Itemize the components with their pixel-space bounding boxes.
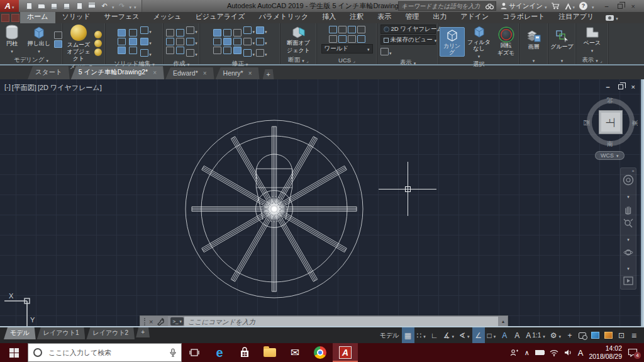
- redo-button[interactable]: [117, 1, 127, 11]
- undo-button[interactable]: [99, 1, 109, 11]
- command-history-toggle[interactable]: [499, 316, 508, 327]
- solidedit-intersect-icon[interactable]: [118, 47, 126, 54]
- draw-ellipse-icon[interactable]: [186, 38, 194, 45]
- viewcube-top-face[interactable]: 上: [599, 110, 623, 134]
- model-space-toggle[interactable]: モデル: [377, 327, 402, 343]
- ime-indicator[interactable]: A: [578, 348, 584, 358]
- draw-circle-icon[interactable]: [176, 38, 184, 45]
- action-center-button[interactable]: 4: [628, 348, 638, 357]
- ortho-mode-toggle[interactable]: [428, 327, 441, 343]
- showmotion-icon[interactable]: [623, 276, 633, 285]
- panel-view-label[interactable]: 表示: [377, 59, 438, 67]
- solidedit-subtract-icon[interactable]: [118, 38, 126, 45]
- zoom-extents-icon[interactable]: [623, 218, 633, 229]
- workspace-mini-icon-2[interactable]: [11, 14, 19, 22]
- ucs-icon-3[interactable]: [348, 26, 356, 33]
- redo-caret-icon[interactable]: [130, 3, 132, 10]
- modify-mirror3d-icon[interactable]: [223, 38, 231, 45]
- drawing-area[interactable]: [-] [平面図] [2D ワイヤフレーム] 上 北 南 西 東 WCS X Y: [0, 79, 644, 327]
- orbit-icon[interactable]: [623, 247, 633, 257]
- isometric-drafting-toggle[interactable]: [457, 327, 472, 343]
- search-binoculars-icon[interactable]: [484, 3, 496, 9]
- ucs-icon-4[interactable]: [357, 26, 365, 33]
- print-button[interactable]: [87, 1, 97, 11]
- media-button[interactable]: [606, 14, 618, 23]
- solidedit-thicken-icon[interactable]: [129, 38, 137, 45]
- orbit-caret-icon[interactable]: [627, 261, 630, 273]
- clean-screen-toggle[interactable]: [615, 327, 628, 343]
- cortana-icon[interactable]: [33, 348, 42, 357]
- sign-in-button[interactable]: サインイン: [501, 2, 547, 11]
- save-button[interactable]: [49, 1, 59, 11]
- tab-addins[interactable]: アドイン: [453, 11, 496, 23]
- ucs-icon-6[interactable]: [338, 35, 347, 43]
- workspace-mini-icon-1[interactable]: [1, 14, 9, 22]
- solidedit-union-icon[interactable]: [118, 29, 126, 37]
- vertical-scrollbar[interactable]: [641, 79, 644, 326]
- tab-output[interactable]: 出力: [426, 11, 453, 23]
- modify-array-icon[interactable]: [233, 47, 242, 54]
- section-object-button[interactable]: 断面オブ ジェクト: [286, 25, 311, 54]
- modify-rotate-icon[interactable]: [233, 29, 242, 37]
- panel-modeling-label[interactable]: モデリング: [0, 55, 62, 64]
- compass-east-label[interactable]: 東: [631, 120, 640, 126]
- isolate-objects-toggle[interactable]: [576, 327, 589, 343]
- wifi-icon[interactable]: [550, 349, 558, 356]
- tab-insert[interactable]: 挿入: [315, 11, 343, 23]
- pan-hand-icon[interactable]: [623, 205, 633, 215]
- doc-close-button[interactable]: [631, 83, 635, 91]
- file-tab-henry[interactable]: Henry*: [216, 67, 260, 79]
- keyword-search-input[interactable]: [399, 3, 484, 9]
- close-tab-icon[interactable]: [153, 69, 157, 76]
- status-customize-menu[interactable]: [628, 327, 640, 343]
- tab-visualize[interactable]: ビジュアライズ: [189, 11, 252, 23]
- save-as-button[interactable]: [62, 1, 72, 11]
- modify-join-icon[interactable]: [256, 49, 264, 57]
- batch-plot-button[interactable]: [74, 1, 84, 11]
- draw-pline-icon[interactable]: [176, 29, 184, 37]
- named-view-dropdown[interactable]: 未保存のビュー: [380, 35, 436, 45]
- modify-explode-icon[interactable]: [256, 26, 264, 34]
- layout-tab-layout2[interactable]: レイアウト2: [86, 327, 135, 339]
- workspace-switching-control[interactable]: [548, 327, 564, 343]
- solidedit-shell-icon[interactable]: [129, 47, 137, 54]
- panel-view2-label[interactable]: 表示: [576, 55, 608, 64]
- new-layout-button[interactable]: +: [136, 327, 150, 337]
- ucs-icon-5[interactable]: [329, 35, 337, 43]
- modify-rotate3d-icon[interactable]: [223, 29, 231, 37]
- hidden-icons-chevron[interactable]: [525, 349, 530, 356]
- refine-mesh-icon[interactable]: [94, 48, 102, 56]
- open-file-button[interactable]: [36, 1, 47, 11]
- file-tab-start[interactable]: スタート: [28, 66, 70, 79]
- base-view-button[interactable]: ベース: [580, 25, 605, 54]
- new-file-button[interactable]: [24, 1, 34, 11]
- command-prompt-chip[interactable]: [170, 317, 184, 325]
- draw-arc-icon[interactable]: [176, 47, 184, 54]
- modify-align-icon[interactable]: [223, 47, 231, 54]
- command-input[interactable]: [184, 318, 498, 325]
- modify-stretch-icon[interactable]: [213, 47, 221, 54]
- start-button[interactable]: [0, 343, 28, 362]
- modify-erase-icon[interactable]: [256, 38, 264, 45]
- tab-solid[interactable]: ソリッド: [55, 11, 97, 23]
- mail-button[interactable]: ✉: [282, 343, 308, 362]
- file-tab-edward[interactable]: Edward*: [165, 67, 214, 79]
- chrome-button[interactable]: [308, 343, 333, 362]
- close-tab-icon[interactable]: [248, 70, 252, 77]
- panel-section-label[interactable]: 断面: [280, 55, 316, 64]
- draw-plane-icon[interactable]: [166, 29, 174, 37]
- annotation-visibility-toggle[interactable]: [498, 327, 511, 343]
- solidedit-fillet-icon[interactable]: [140, 26, 148, 34]
- modify-move-icon[interactable]: [213, 29, 221, 37]
- grid-display-toggle[interactable]: [402, 327, 414, 343]
- tab-mesh[interactable]: メッシュ: [147, 11, 189, 23]
- wcs-dropdown[interactable]: WCS: [595, 151, 625, 160]
- no-filter-button[interactable]: フィルタなし: [467, 25, 492, 59]
- layout-tab-layout1[interactable]: レイアウト1: [37, 327, 86, 339]
- solidedit-taper-icon[interactable]: [140, 38, 148, 45]
- group-button[interactable]: グループ: [550, 29, 575, 50]
- draw-spline-icon[interactable]: [186, 26, 194, 34]
- polysolid-icon[interactable]: [54, 40, 62, 48]
- visual-style-dropdown[interactable]: 2D ワイヤフレーム: [380, 25, 436, 34]
- panel-draw-label[interactable]: 作成: [164, 60, 199, 68]
